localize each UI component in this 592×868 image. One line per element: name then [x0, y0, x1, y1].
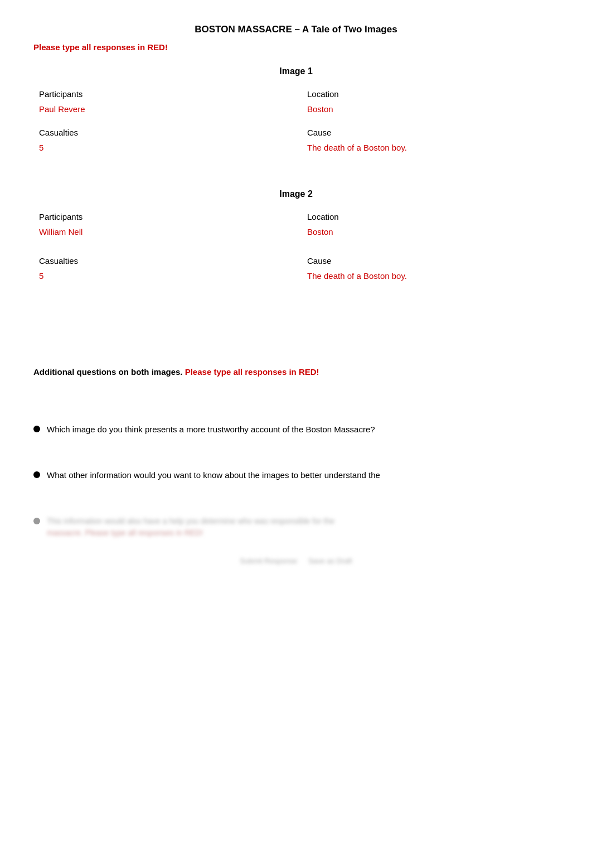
image2-section: Image 2 Participants William Nell Locati… — [33, 187, 559, 282]
image1-casualties-label: Casualties — [39, 127, 285, 139]
image1-casualties-block: Casualties 5 — [39, 127, 285, 154]
blurred-text-line2: massacre. Please type all responses in R… — [47, 527, 334, 539]
spacer1 — [33, 171, 559, 187]
image1-section: Image 1 Participants Paul Revere Locatio… — [33, 65, 559, 154]
image1-field-grid: Participants Paul Revere Location Boston… — [33, 88, 559, 154]
image1-participants-label: Participants — [39, 88, 285, 101]
image2-cause-block: Cause The death of a Boston boy. — [307, 255, 553, 282]
red-notice: Please type all responses in RED! — [33, 41, 559, 54]
blurred-text-block: This information would also have a help … — [47, 515, 334, 539]
image1-participants-value: Paul Revere — [39, 103, 285, 116]
blurred-question-item: This information would also have a help … — [33, 515, 559, 539]
image2-cause-value: The death of a Boston boy. — [307, 270, 553, 283]
question2-text: What other information would you want to… — [47, 469, 380, 482]
image1-heading: Image 1 — [33, 65, 559, 78]
image2-participants-block: Participants William Nell — [39, 211, 285, 238]
image1-cause-label: Cause — [307, 127, 553, 139]
image2-casualties-block: Casualties 5 — [39, 255, 285, 282]
image1-casualties-value: 5 — [39, 142, 285, 155]
spacer3 — [33, 299, 559, 344]
additional-header-red: Please type all responses in RED! — [185, 367, 319, 377]
question2-item: What other information would you want to… — [33, 469, 559, 482]
additional-header-text: Additional questions on both images. — [33, 367, 183, 377]
bullet-dot-1 — [33, 426, 40, 432]
blurred-bottom-item-0: Submit Response — [240, 556, 297, 567]
image2-field-grid2: Casualties 5 Cause The death of a Boston… — [33, 255, 559, 282]
image1-location-label: Location — [307, 88, 553, 101]
image2-location-block: Location Boston — [307, 211, 553, 238]
blurred-bullet-dot — [33, 518, 40, 524]
blurred-text-line1: This information would also have a help … — [47, 515, 334, 527]
question1-item: Which image do you think presents a more… — [33, 423, 559, 436]
question1-text: Which image do you think presents a more… — [47, 423, 375, 436]
page-title: BOSTON MASSACRE – A Tale of Two Images — [33, 22, 559, 37]
image2-heading: Image 2 — [33, 187, 559, 201]
image1-location-block: Location Boston — [307, 88, 553, 115]
image2-casualties-label: Casualties — [39, 255, 285, 268]
bottom-blurred-row: Submit Response Save as Draft — [33, 556, 559, 567]
additional-header: Additional questions on both images. Ple… — [33, 366, 559, 379]
image1-cause-value: The death of a Boston boy. — [307, 142, 553, 155]
image2-cause-label: Cause — [307, 255, 553, 268]
blurred-bottom-item-1: Save as Draft — [308, 556, 352, 567]
image2-participants-label: Participants — [39, 211, 285, 224]
image1-location-value: Boston — [307, 103, 553, 116]
image2-location-value: Boston — [307, 226, 553, 239]
additional-section: Additional questions on both images. Ple… — [33, 366, 559, 566]
spacer2 — [33, 238, 559, 255]
image2-field-grid: Participants William Nell Location Bosto… — [33, 211, 559, 238]
image2-location-label: Location — [307, 211, 553, 224]
bullet-dot-2 — [33, 471, 40, 478]
image2-participants-value: William Nell — [39, 226, 285, 239]
image2-casualties-value: 5 — [39, 270, 285, 283]
image1-participants-block: Participants Paul Revere — [39, 88, 285, 115]
image1-cause-block: Cause The death of a Boston boy. — [307, 127, 553, 154]
spacer4 — [33, 396, 559, 423]
